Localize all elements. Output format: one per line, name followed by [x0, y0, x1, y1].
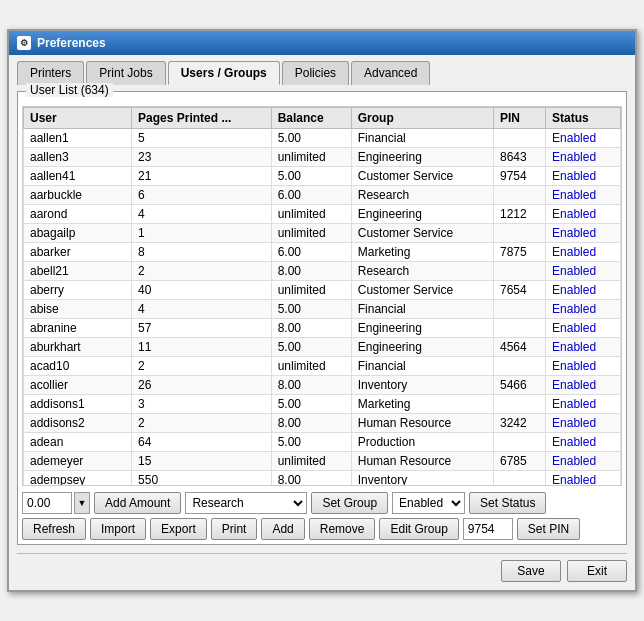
- table-cell: Enabled: [546, 167, 621, 186]
- table-row[interactable]: acollier268.00Inventory5466Enabled: [24, 376, 621, 395]
- table-cell: Enabled: [546, 148, 621, 167]
- tab-advanced[interactable]: Advanced: [351, 61, 430, 85]
- table-cell: Marketing: [351, 395, 493, 414]
- col-group[interactable]: Group: [351, 108, 493, 129]
- user-list-groupbox: User List (634) User Pages Printed ... B…: [17, 91, 627, 545]
- status-select[interactable]: Enabled Disabled: [392, 492, 465, 514]
- add-amount-button[interactable]: Add Amount: [94, 492, 181, 514]
- table-cell: Customer Service: [351, 224, 493, 243]
- tab-printers[interactable]: Printers: [17, 61, 84, 85]
- table-cell: abranine: [24, 319, 132, 338]
- table-row[interactable]: adempsey5508.00InventoryEnabled: [24, 471, 621, 487]
- remove-button[interactable]: Remove: [309, 518, 376, 540]
- table-row[interactable]: addisons228.00Human Resource3242Enabled: [24, 414, 621, 433]
- table-cell: Enabled: [546, 262, 621, 281]
- tab-print-jobs[interactable]: Print Jobs: [86, 61, 165, 85]
- table-row[interactable]: ademeyer15unlimitedHuman Resource6785Ena…: [24, 452, 621, 471]
- table-row[interactable]: aallen41215.00Customer Service9754Enable…: [24, 167, 621, 186]
- table-cell: 9754: [493, 167, 545, 186]
- table-row[interactable]: abarker86.00Marketing7875Enabled: [24, 243, 621, 262]
- table-row[interactable]: adean645.00ProductionEnabled: [24, 433, 621, 452]
- set-status-button[interactable]: Set Status: [469, 492, 546, 514]
- tab-users-groups[interactable]: Users / Groups: [168, 61, 280, 85]
- add-button[interactable]: Add: [261, 518, 304, 540]
- group-select[interactable]: Research Financial Engineering Customer …: [185, 492, 307, 514]
- table-cell: Research: [351, 262, 493, 281]
- titlebar: ⚙ Preferences: [9, 31, 635, 55]
- table-cell: Engineering: [351, 338, 493, 357]
- table-cell: Human Resource: [351, 414, 493, 433]
- table-cell: [493, 129, 545, 148]
- table-cell: aberry: [24, 281, 132, 300]
- table-cell: Enabled: [546, 129, 621, 148]
- table-row[interactable]: addisons135.00MarketingEnabled: [24, 395, 621, 414]
- table-header-row: User Pages Printed ... Balance Group PIN…: [24, 108, 621, 129]
- table-cell: 8.00: [271, 471, 351, 487]
- table-cell: Enabled: [546, 243, 621, 262]
- table-cell: 57: [132, 319, 272, 338]
- amount-dropdown-arrow[interactable]: ▼: [74, 492, 90, 514]
- table-cell: abagailp: [24, 224, 132, 243]
- col-pages[interactable]: Pages Printed ...: [132, 108, 272, 129]
- table-row[interactable]: abranine578.00EngineeringEnabled: [24, 319, 621, 338]
- table-cell: 64: [132, 433, 272, 452]
- table-row[interactable]: abagailp1unlimitedCustomer ServiceEnable…: [24, 224, 621, 243]
- set-pin-button[interactable]: Set PIN: [517, 518, 580, 540]
- table-cell: Enabled: [546, 395, 621, 414]
- user-table-container[interactable]: User Pages Printed ... Balance Group PIN…: [22, 106, 622, 486]
- table-cell: addisons1: [24, 395, 132, 414]
- table-cell: acollier: [24, 376, 132, 395]
- table-cell: Customer Service: [351, 281, 493, 300]
- control-row-2: Refresh Import Export Print Add Remove E…: [22, 518, 622, 540]
- col-user[interactable]: User: [24, 108, 132, 129]
- table-cell: 11: [132, 338, 272, 357]
- main-window: ⚙ Preferences Printers Print Jobs Users …: [7, 29, 637, 592]
- table-cell: 2: [132, 414, 272, 433]
- table-cell: 40: [132, 281, 272, 300]
- col-pin[interactable]: PIN: [493, 108, 545, 129]
- exit-button[interactable]: Exit: [567, 560, 627, 582]
- export-button[interactable]: Export: [150, 518, 207, 540]
- amount-input[interactable]: [22, 492, 72, 514]
- table-cell: 23: [132, 148, 272, 167]
- col-balance[interactable]: Balance: [271, 108, 351, 129]
- table-row[interactable]: aallen155.00FinancialEnabled: [24, 129, 621, 148]
- table-row[interactable]: aburkhart115.00Engineering4564Enabled: [24, 338, 621, 357]
- table-cell: 4564: [493, 338, 545, 357]
- import-button[interactable]: Import: [90, 518, 146, 540]
- table-cell: 5.00: [271, 433, 351, 452]
- table-cell: Enabled: [546, 281, 621, 300]
- table-cell: Financial: [351, 129, 493, 148]
- print-button[interactable]: Print: [211, 518, 258, 540]
- save-button[interactable]: Save: [501, 560, 561, 582]
- table-row[interactable]: abell2128.00ResearchEnabled: [24, 262, 621, 281]
- table-cell: 6785: [493, 452, 545, 471]
- table-cell: 8.00: [271, 319, 351, 338]
- table-cell: Research: [351, 186, 493, 205]
- table-row[interactable]: acad102unlimitedFinancialEnabled: [24, 357, 621, 376]
- set-group-button[interactable]: Set Group: [311, 492, 388, 514]
- table-cell: Enabled: [546, 319, 621, 338]
- table-row[interactable]: aberry40unlimitedCustomer Service7654Ena…: [24, 281, 621, 300]
- table-row[interactable]: aarbuckle66.00ResearchEnabled: [24, 186, 621, 205]
- table-cell: 5.00: [271, 395, 351, 414]
- table-cell: 2: [132, 262, 272, 281]
- table-cell: 5466: [493, 376, 545, 395]
- table-cell: Financial: [351, 300, 493, 319]
- table-cell: Enabled: [546, 433, 621, 452]
- table-row[interactable]: aarond4unlimitedEngineering1212Enabled: [24, 205, 621, 224]
- edit-group-button[interactable]: Edit Group: [379, 518, 458, 540]
- user-table: User Pages Printed ... Balance Group PIN…: [23, 107, 621, 486]
- table-cell: 8.00: [271, 262, 351, 281]
- table-cell: acad10: [24, 357, 132, 376]
- table-cell: 6.00: [271, 243, 351, 262]
- table-row[interactable]: abise45.00FinancialEnabled: [24, 300, 621, 319]
- refresh-button[interactable]: Refresh: [22, 518, 86, 540]
- table-cell: 5.00: [271, 167, 351, 186]
- window-title: Preferences: [37, 36, 106, 50]
- table-row[interactable]: aallen323unlimitedEngineering8643Enabled: [24, 148, 621, 167]
- pin-input[interactable]: [463, 518, 513, 540]
- table-cell: unlimited: [271, 357, 351, 376]
- tab-policies[interactable]: Policies: [282, 61, 349, 85]
- col-status[interactable]: Status: [546, 108, 621, 129]
